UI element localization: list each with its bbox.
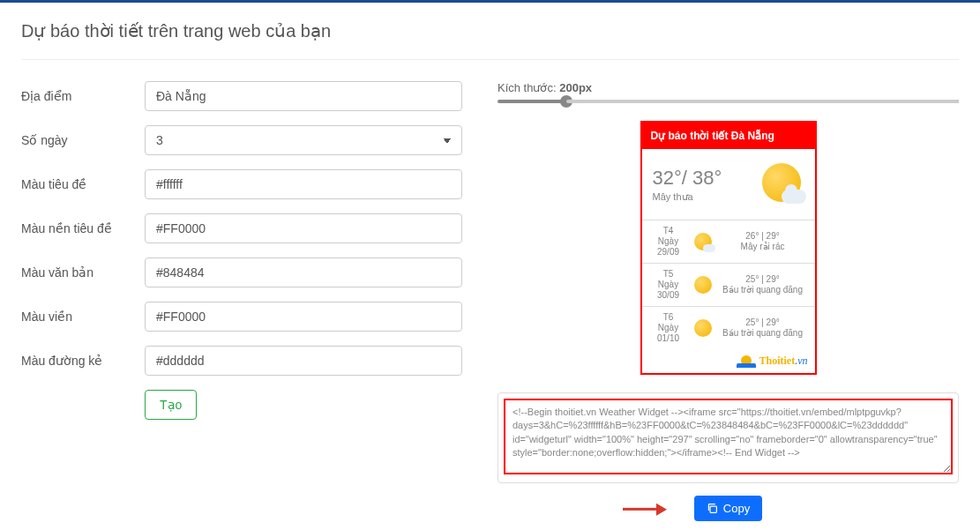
arrow-annotation bbox=[623, 501, 667, 515]
page-title: Dự báo thời tiết trên trang web của bạn bbox=[21, 20, 959, 41]
border-color-input[interactable] bbox=[145, 302, 462, 332]
divider bbox=[21, 59, 959, 60]
text-color-input[interactable] bbox=[145, 258, 462, 287]
location-label: Địa điểm bbox=[21, 89, 145, 103]
sun-cloud-icon bbox=[759, 161, 804, 207]
widget-header: Dự báo thời tiết Đà Nẵng bbox=[642, 123, 815, 149]
embed-code-wrap: <!--Begin thoitiet.vn Weather Widget -->… bbox=[497, 392, 959, 483]
days-select[interactable]: 3 bbox=[145, 125, 462, 155]
copy-button[interactable]: Copy bbox=[694, 496, 762, 521]
weather-widget-preview: Dự báo thời tiết Đà Nẵng 32°/ 38° Mây th… bbox=[640, 121, 817, 375]
days-label: Số ngày bbox=[21, 133, 145, 147]
forecast-row: T6Ngày01/1025° | 29°Bầu trời quang đãng bbox=[642, 307, 815, 349]
text-color-label: Màu văn bản bbox=[21, 265, 145, 280]
preview-panel: Kích thước: 200px Dự báo thời tiết Đà Nẵ… bbox=[497, 81, 959, 521]
form-panel: Địa điểm Số ngày 3 Màu tiêu đề Màu nền t… bbox=[21, 81, 462, 521]
title-color-label: Màu tiêu đề bbox=[21, 177, 145, 191]
forecast-day: T5Ngày30/09 bbox=[649, 269, 688, 301]
title-bg-label: Màu nền tiêu đề bbox=[21, 221, 145, 235]
svg-rect-0 bbox=[710, 506, 716, 512]
forecast-day: T6Ngày01/10 bbox=[649, 312, 688, 344]
embed-code-textarea[interactable]: <!--Begin thoitiet.vn Weather Widget -->… bbox=[504, 399, 953, 474]
location-input[interactable] bbox=[145, 81, 462, 111]
copy-icon bbox=[707, 503, 718, 514]
forecast-row: T5Ngày30/0925° | 29°Bầu trời quang đãng bbox=[642, 264, 815, 307]
sun-icon bbox=[688, 276, 718, 294]
forecast-info: 26° | 29°Mây rải rác bbox=[718, 231, 808, 252]
border-color-label: Màu viền bbox=[21, 310, 145, 324]
forecast-info: 25° | 29°Bầu trời quang đãng bbox=[718, 274, 808, 295]
line-color-input[interactable] bbox=[145, 346, 462, 376]
current-desc: Mây thưa bbox=[653, 191, 722, 203]
current-temp: 32°/ 38° bbox=[653, 167, 722, 190]
size-slider[interactable] bbox=[497, 100, 959, 103]
widget-brand: Thoitiet.vn bbox=[642, 349, 815, 373]
sun-icon bbox=[688, 233, 718, 250]
slider-thumb[interactable] bbox=[560, 95, 572, 108]
brand-icon bbox=[737, 355, 756, 368]
forecast-day: T4Ngày29/09 bbox=[649, 226, 688, 258]
create-button[interactable]: Tạo bbox=[145, 390, 197, 420]
size-label: Kích thước: 200px bbox=[497, 81, 959, 94]
forecast-row: T4Ngày29/0926° | 29°Mây rải rác bbox=[642, 220, 815, 264]
sun-icon bbox=[688, 319, 718, 337]
title-bg-input[interactable] bbox=[145, 213, 462, 243]
title-color-input[interactable] bbox=[145, 169, 462, 199]
line-color-label: Màu đường kẻ bbox=[21, 354, 145, 368]
forecast-info: 25° | 29°Bầu trời quang đãng bbox=[718, 317, 808, 339]
